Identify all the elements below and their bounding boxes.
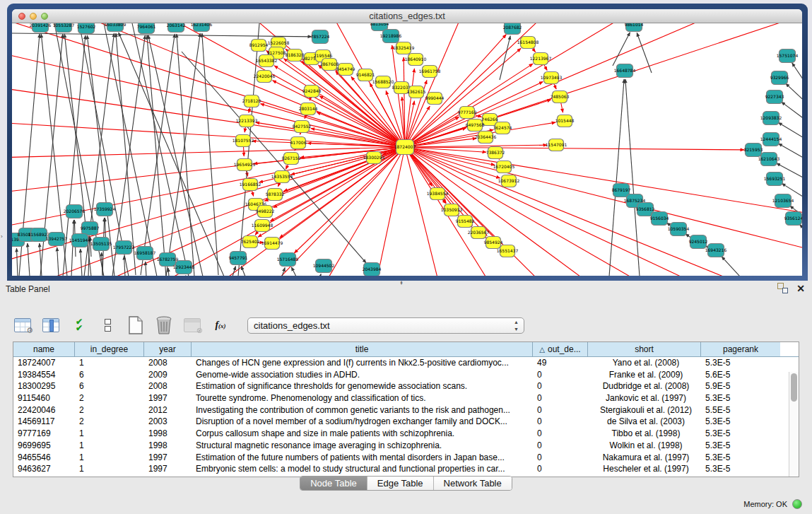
column-header-title[interactable]: title xyxy=(192,342,533,356)
table-cell[interactable]: 1 xyxy=(75,357,144,369)
table-cell[interactable]: 2009 xyxy=(144,369,192,381)
graph-node[interactable]: 8267150 xyxy=(282,153,301,165)
table-cell[interactable]: 5.3E-5 xyxy=(701,440,780,452)
delete-table-button[interactable] xyxy=(154,315,174,335)
float-window-icon[interactable] xyxy=(777,283,788,293)
graph-node[interactable]: 2803144 xyxy=(299,103,318,115)
table-cell[interactable]: 22420046 xyxy=(13,404,75,416)
graph-node[interactable]: 2063142 xyxy=(167,23,186,33)
table-cell[interactable]: Changes of HCN gene expression and I(f) … xyxy=(192,357,533,369)
table-cell[interactable]: 0 xyxy=(533,404,588,416)
table-row[interactable]: 977716911998Corpus callosum shape and si… xyxy=(13,428,799,440)
function-builder-button[interactable]: f(x) xyxy=(211,315,230,335)
table-cell[interactable]: Jankovic et al. (1997) xyxy=(588,392,701,404)
graph-node[interactable]: 8215953 xyxy=(744,144,763,157)
window-zoom-icon[interactable] xyxy=(41,13,48,20)
graph-node[interactable]: 2087682 xyxy=(503,23,522,35)
table-cell[interactable]: 5.3E-5 xyxy=(701,428,780,440)
window-minimize-icon[interactable] xyxy=(30,13,37,20)
graph-node[interactable]: 16961758 xyxy=(419,66,441,78)
table-cell[interactable]: 1 xyxy=(75,440,144,452)
table-cell[interactable]: 9465546 xyxy=(13,452,75,464)
table-row[interactable]: 1830029562008Estimation of significance … xyxy=(13,380,799,392)
table-cell[interactable]: 9463627 xyxy=(13,463,75,475)
table-cell[interactable]: 0 xyxy=(533,416,588,428)
table-cell[interactable]: 1997 xyxy=(144,392,192,404)
column-header-outde[interactable]: △out_de... xyxy=(533,342,588,356)
table-cell[interactable]: 9115460 xyxy=(13,392,75,404)
graph-hub-node[interactable]: 18724007 xyxy=(394,140,416,155)
table-cell[interactable]: Franke et al. (2009) xyxy=(588,369,701,381)
table-row[interactable]: 969969511998Structural magnetic resonanc… xyxy=(13,440,799,452)
table-row[interactable]: 911546021997Tourette syndrome. Phenomeno… xyxy=(13,392,799,404)
graph-node[interactable]: 8454749 xyxy=(336,64,355,76)
table-row[interactable]: 946362711997Embryonic stem cells: a mode… xyxy=(13,463,799,475)
network-canvas[interactable]: 1872400789129541522605891275081654338281… xyxy=(12,23,802,276)
graph-node[interactable]: 11547091 xyxy=(546,139,567,151)
graph-node[interactable]: 13942757 xyxy=(46,233,68,246)
graph-node[interactable]: 9329966 xyxy=(770,71,789,85)
graph-node[interactable]: 16033809 xyxy=(105,23,126,32)
table-cell[interactable]: 0 xyxy=(533,440,588,452)
table-cell[interactable]: 0 xyxy=(533,392,588,404)
table-cell[interactable]: 5.3E-5 xyxy=(701,357,780,369)
graph-node[interactable]: 5878332 xyxy=(266,189,285,201)
graph-node[interactable]: 11451944 xyxy=(69,234,91,247)
scrollbar-thumb[interactable] xyxy=(791,373,797,402)
table-cell[interactable]: 5.3E-5 xyxy=(701,392,780,404)
table-cell[interactable]: 5.9E-5 xyxy=(701,380,780,392)
graph-node[interactable]: 9245012 xyxy=(689,235,708,249)
graph-node[interactable]: 6497568 xyxy=(466,119,485,132)
table-cell[interactable]: 49 xyxy=(533,357,588,369)
graph-node[interactable]: 19654925 xyxy=(234,159,256,171)
table-cell[interactable]: 1 xyxy=(75,428,144,440)
graph-node[interactable]: 9227343 xyxy=(765,90,784,104)
graph-node[interactable]: 7485063 xyxy=(551,91,570,103)
graph-node[interactable]: 7386372 xyxy=(486,147,505,159)
tab-network-table[interactable]: Network Table xyxy=(434,477,512,490)
table-cell[interactable]: 2012 xyxy=(144,404,192,416)
graph-node[interactable]: 12213967 xyxy=(530,53,552,65)
table-cell[interactable]: Tibbo et al. (1998) xyxy=(588,428,701,440)
graph-node[interactable]: 1527602 xyxy=(77,23,96,34)
show-columns-button[interactable] xyxy=(41,315,61,335)
memory-status-light[interactable] xyxy=(792,499,802,509)
table-cell[interactable]: 0 xyxy=(533,369,588,381)
table-cell[interactable]: Corpus callosum shape and size in male p… xyxy=(192,428,533,440)
graph-node[interactable]: 19218986 xyxy=(380,30,402,43)
graph-node[interactable]: 13505135 xyxy=(90,238,112,251)
table-cell[interactable]: 0 xyxy=(533,452,588,464)
network-window-titlebar[interactable]: citations_edges.txt xyxy=(12,9,802,23)
graph-node[interactable]: 17957223 xyxy=(113,241,135,255)
table-cell[interactable]: 5.6E-5 xyxy=(701,369,780,381)
graph-node[interactable]: 9457791 xyxy=(229,252,248,265)
graph-node[interactable]: 17359924 xyxy=(94,203,116,216)
graph-node[interactable]: 7964061 xyxy=(137,23,156,34)
table-selector-dropdown[interactable]: citations_edges.txt ▲▼ xyxy=(247,317,524,334)
table-cell[interactable]: 6 xyxy=(75,380,144,392)
graph-node[interactable]: 16943216 xyxy=(705,244,727,257)
table-cell[interactable]: Stergiakouli et al. (2012) xyxy=(588,404,701,416)
table-cell[interactable]: 2 xyxy=(75,404,144,416)
graph-node[interactable]: 1362615 xyxy=(407,86,426,98)
graph-node[interactable]: 10553287 xyxy=(53,23,75,33)
graph-node[interactable]: 12444154 xyxy=(760,133,782,146)
graph-node[interactable]: 19384554 xyxy=(427,188,449,200)
graph-node[interactable]: 16231406 xyxy=(191,23,213,32)
table-cell[interactable]: 1998 xyxy=(144,428,192,440)
collapsed-panel-marker[interactable]: › xyxy=(1,233,3,240)
column-header-name[interactable]: name xyxy=(13,342,75,356)
table-cell[interactable]: 5.5E-5 xyxy=(701,404,780,416)
graph-node[interactable]: 10944502 xyxy=(313,259,335,273)
column-header-short[interactable]: short xyxy=(588,342,701,356)
table-cell[interactable]: 9777169 xyxy=(13,428,75,440)
column-header-indegree[interactable]: in_degree xyxy=(75,342,144,356)
table-cell[interactable]: 1 xyxy=(75,463,144,475)
table-cell[interactable]: Wolkin et al. (1998) xyxy=(588,440,701,452)
table-cell[interactable]: Estimation of significance thresholds fo… xyxy=(192,380,533,392)
graph-node[interactable]: 8912954 xyxy=(249,40,269,52)
table-cell[interactable]: 9699695 xyxy=(13,440,75,452)
vertical-scrollbar[interactable] xyxy=(789,372,799,477)
graph-node[interactable]: 10590354 xyxy=(668,223,690,236)
graph-node[interactable]: 16648784 xyxy=(614,64,636,78)
